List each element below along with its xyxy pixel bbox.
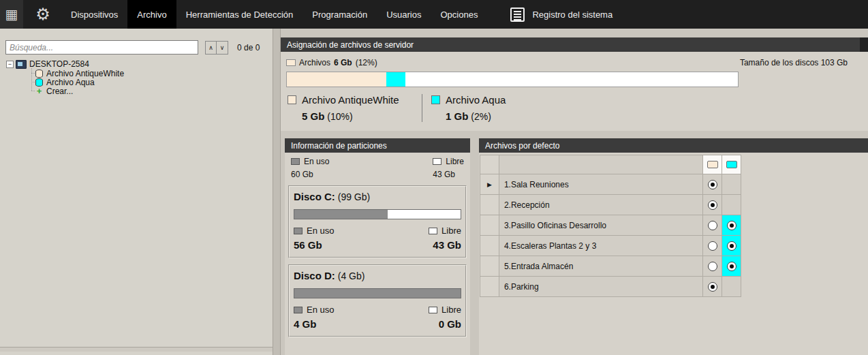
camera-name-cell[interactable]: 6.Parking [499, 277, 703, 297]
disk-name: Disco D: [294, 270, 335, 281]
antiquewhite-radio[interactable] [708, 180, 717, 189]
partitions-panel: Información de particiones En uso 60 Gb [285, 138, 470, 355]
antiquewhite-radio-cell[interactable] [703, 256, 722, 277]
antiquewhite-radio-cell[interactable] [703, 174, 722, 195]
disk-free-value: 43 Gb [433, 239, 461, 251]
disk-size: (99 Gb) [338, 191, 370, 202]
legend-value: 5 Gb (10%) [302, 110, 422, 122]
settings-gear-icon[interactable]: ⚙ [25, 0, 61, 29]
archive-cylinder-icon [35, 70, 43, 78]
camera-name-cell[interactable]: 1.Sala Reuniones [499, 174, 703, 195]
disk-legend: En uso Libre [294, 226, 461, 236]
camera-name-cell[interactable]: 5.Entrada Almacén [499, 256, 703, 277]
antiquewhite-radio-cell[interactable] [703, 236, 722, 256]
disk-title: Disco D: (4 Gb) [294, 270, 461, 281]
header-corner [860, 37, 868, 52]
aqua-swatch [431, 95, 440, 104]
aqua-radio-cell[interactable] [722, 277, 741, 297]
partitions-legend: En uso 60 Gb Libre 43 Gb [288, 157, 467, 179]
files-summary: Archivos 6 Gb (12%) [286, 58, 377, 67]
legend-item-antiquewhite: Archivo AntiqueWhite 5 Gb (10%) [288, 94, 422, 122]
search-prev-button[interactable]: ∧ [205, 41, 217, 55]
row-selector-cell[interactable] [480, 195, 499, 215]
menu-item-dispositivos[interactable]: Dispositivos [61, 0, 127, 29]
legend-divider [422, 94, 422, 122]
menu-item-label: Programación [312, 10, 367, 20]
allocation-legend: Archivo AntiqueWhite 5 Gb (10%) Archivo … [286, 94, 868, 122]
disk-size: (4 Gb) [338, 271, 365, 281]
file-assignment-row: 2.Recepción [480, 195, 741, 215]
aqua-radio[interactable] [727, 262, 737, 271]
aqua-radio-cell[interactable] [722, 236, 741, 256]
tree-item-archivo-aqua[interactable]: Archivo Aqua [31, 78, 273, 87]
allocation-title: Asignación de archivos de servidor [287, 40, 414, 50]
menu-item-label: Herramientas de Detección [186, 10, 294, 20]
camera-name-cell[interactable]: 3.Pasillo Oficinas Desarrollo [499, 215, 703, 236]
antiquewhite-radio[interactable] [708, 200, 717, 210]
search-next-button[interactable]: ∨ [217, 41, 228, 55]
row-selector-cell[interactable]: ▶ [480, 174, 499, 195]
menu-item-programacion[interactable]: Programación [303, 0, 377, 29]
antiquewhite-radio[interactable] [708, 221, 717, 230]
aqua-radio-cell[interactable] [722, 215, 741, 236]
menu-item-usuarios[interactable]: Usuarios [377, 0, 431, 29]
tree-item-create[interactable]: +Crear... [31, 87, 273, 95]
aqua-radio[interactable] [727, 221, 737, 230]
menu-item-label: Usuarios [386, 10, 421, 20]
default-files-header: Archivos por defecto [479, 138, 868, 153]
aqua-radio-cell[interactable] [722, 195, 741, 215]
sidebar-horizontal-scrollbar[interactable] [0, 347, 273, 352]
tree-children: Archivo AntiqueWhiteArchivo Aqua+Crear..… [31, 69, 273, 95]
disk-values: 4 Gb 0 Gb [294, 318, 461, 330]
allocation-section: Asignación de archivos de servidor Archi… [281, 37, 868, 131]
menu-item-opciones[interactable]: Opciones [431, 0, 487, 29]
camera-name-cell[interactable]: 2.Recepción [499, 195, 703, 215]
search-row: ∧ ∨ 0 de 0 [0, 29, 273, 55]
tree-root-item[interactable]: − DESKTOP-2584 [6, 59, 273, 69]
free-head: Libre [433, 157, 464, 166]
partitions-title: Información de particiones [291, 141, 387, 151]
search-input[interactable] [5, 40, 198, 55]
disk-used-value: 4 Gb [294, 318, 316, 330]
file-assignment-row: ▶1.Sala Reuniones [480, 174, 741, 195]
antiquewhite-radio[interactable] [708, 241, 717, 251]
allocation-body: Archivos 6 Gb (12%) Tamaño de los discos… [281, 52, 868, 131]
aqua-radio-cell[interactable] [722, 174, 741, 195]
tree-item-archivo-antiquewhite[interactable]: Archivo AntiqueWhite [31, 69, 273, 78]
app-window: ▦ ⚙ DispositivosArchivoHerramientas de D… [0, 0, 868, 355]
legend-head: Archivo AntiqueWhite [288, 94, 422, 106]
menu-item-registro-del-sistema[interactable]: Registro del sistema [501, 0, 622, 29]
aqua-radio-cell[interactable] [722, 256, 741, 277]
camera-name-cell[interactable]: 4.Escaleras Plantas 2 y 3 [499, 236, 703, 256]
file-assignment-row: 5.Entrada Almacén [480, 256, 741, 277]
free-label: Libre [446, 157, 464, 166]
system-log-icon [510, 7, 525, 22]
disk-c-group: Disco C: (99 Gb) En uso Libre 56 Gb 43 G… [288, 185, 467, 258]
menu-item-label: Archivo [137, 10, 166, 20]
aqua-radio[interactable] [727, 241, 737, 251]
menu-items: DispositivosArchivoHerramientas de Detec… [61, 0, 622, 29]
aqua-column-icon [726, 161, 737, 168]
free-total: 43 Gb [433, 170, 464, 179]
antiquewhite-radio-cell[interactable] [703, 215, 722, 236]
app-grid-icon[interactable]: ▦ [0, 0, 23, 29]
antiquewhite-radio[interactable] [708, 282, 717, 292]
legend-size: 5 Gb [302, 110, 324, 122]
panel-splitter[interactable] [273, 29, 281, 355]
disk-name: Disco C: [294, 191, 335, 202]
row-selector-cell[interactable] [480, 236, 499, 256]
row-selector-cell[interactable] [480, 215, 499, 236]
antiquewhite-radio-cell[interactable] [703, 195, 722, 215]
menu-item-herramientas-de-deteccion[interactable]: Herramientas de Detección [176, 0, 303, 29]
files-label: Archivos [299, 58, 330, 67]
antiquewhite-column-header[interactable] [703, 155, 722, 174]
row-selector-cell[interactable] [480, 256, 499, 277]
row-selector-cell[interactable] [480, 277, 499, 297]
antiquewhite-radio-cell[interactable] [703, 277, 722, 297]
partitions-header: Información de particiones [285, 138, 470, 153]
menu-item-archivo[interactable]: Archivo [127, 0, 176, 29]
antiquewhite-radio[interactable] [708, 262, 717, 271]
tree-collapse-icon[interactable]: − [6, 61, 14, 68]
aqua-column-header[interactable] [722, 155, 741, 174]
grid-glyph: ▦ [5, 6, 18, 22]
